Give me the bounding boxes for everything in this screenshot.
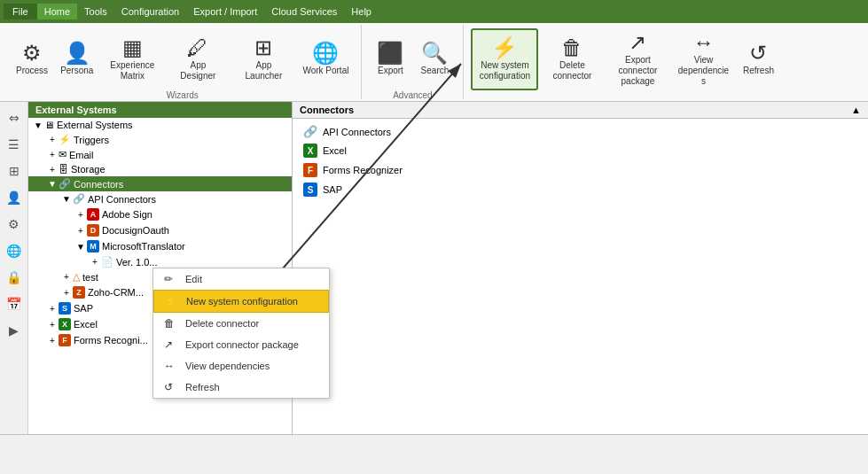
storage-icon: 🗄	[59, 164, 68, 175]
context-menu-label: New system configuration	[186, 296, 298, 307]
forms-content-icon: F	[303, 163, 317, 177]
search-icon: 🔍	[421, 43, 448, 64]
refresh-menu-icon: ↺	[164, 381, 180, 393]
ribbon-btn-process[interactable]: ⚙ Process	[11, 28, 53, 90]
statusbar	[0, 434, 868, 452]
ribbon-btn-app-designer[interactable]: 🖊 App Designer	[166, 28, 230, 90]
tree-item-email[interactable]: + ✉ Email	[28, 147, 292, 162]
tree-item-microsoft-translator[interactable]: ▼ M MicrosoftTranslator	[28, 238, 292, 254]
sidebar-icons-panel: ⇔ ☰ ⊞ 👤 ⚙ 🌐 🔒 📅 ▶	[0, 102, 28, 434]
forms-recognizer-icon: F	[59, 334, 71, 346]
sap-icon: S	[59, 302, 71, 315]
content-item-excel[interactable]: X Excel	[296, 141, 864, 160]
expand-icon: +	[46, 304, 59, 314]
sidebar-icon-list[interactable]: ☰	[2, 132, 27, 157]
sidebar-icon-swap[interactable]: ⇔	[2, 105, 27, 130]
triggers-icon: ⚡	[59, 134, 71, 145]
experience-matrix-icon: ▦	[122, 37, 143, 58]
ribbon-btn-refresh[interactable]: ↺ Refresh	[737, 28, 779, 90]
context-menu-label: Delete connector	[185, 318, 259, 329]
ribbon-btn-work-portal[interactable]: 🌐 Work Portal	[297, 28, 354, 90]
ribbon-btn-persona[interactable]: 👤 Persona	[55, 28, 98, 90]
menu-home[interactable]: Home	[37, 4, 77, 19]
menu-file[interactable]: File	[4, 4, 37, 19]
tree-item-storage[interactable]: + 🗄 Storage	[28, 162, 292, 176]
menu-export-import[interactable]: Export / Import	[186, 4, 264, 19]
new-system-config-icon: ⚡	[491, 37, 518, 58]
tree-label: Triggers	[74, 135, 109, 145]
delete-connector-menu-icon: 🗑	[164, 317, 180, 330]
context-menu-label: View dependencies	[185, 361, 270, 371]
api-connectors-content-icon: 🔗	[303, 125, 317, 138]
view-dependencies-icon: ↔	[692, 32, 714, 53]
export-connector-package-label: Export connector package	[611, 55, 664, 87]
ribbon-btn-search[interactable]: 🔍 Search	[413, 28, 456, 90]
tree-item-docusign-oauth[interactable]: + D DocusignOauth	[28, 222, 292, 238]
expand-icon: +	[46, 320, 59, 330]
menu-configuration[interactable]: Configuration	[114, 4, 186, 19]
ribbon: ⚙ Process 👤 Persona ▦ Experience Matrix …	[0, 23, 868, 102]
export-label: Export	[378, 66, 403, 76]
connectors-icon: 🔗	[59, 178, 71, 190]
export-connector-package-icon: ↗	[629, 32, 646, 53]
adobe-sign-icon: A	[87, 208, 99, 221]
app-designer-icon: 🖊	[187, 37, 208, 58]
tree-item-triggers[interactable]: + ⚡ Triggers	[28, 132, 292, 147]
tree-label: Forms Recogni...	[74, 335, 148, 346]
refresh-icon: ↺	[749, 43, 767, 64]
content-panel-header: Connectors ▲	[293, 102, 868, 119]
wizards-group-label: Wizards	[167, 90, 199, 102]
tree-item-adobe-sign[interactable]: + A Adobe Sign	[28, 206, 292, 222]
tree-item-connectors[interactable]: ▼ 🔗 Connectors	[28, 176, 292, 191]
tree-item-external-systems[interactable]: ▼ 🖥 External Systems	[28, 118, 292, 132]
menu-tools[interactable]: Tools	[77, 4, 114, 19]
ribbon-btn-view-dependencies[interactable]: ↔ View dependencies	[671, 28, 735, 90]
context-menu-item-edit[interactable]: ✏ Edit	[153, 268, 329, 290]
sidebar-icon-gear[interactable]: ⚙	[2, 212, 27, 237]
content-item-forms-recognizer[interactable]: F Forms Recognizer	[296, 160, 864, 180]
delete-connector-icon: 🗑	[561, 37, 583, 58]
microsoft-translator-icon: M	[87, 240, 99, 253]
ribbon-btn-export-connector-package[interactable]: ↗ Export connector package	[606, 28, 669, 90]
ribbon-btn-delete-connector[interactable]: 🗑 Delete connector	[540, 28, 604, 90]
menu-help[interactable]: Help	[344, 4, 379, 19]
content-item-label: SAP	[323, 184, 342, 195]
menu-cloud-services[interactable]: Cloud Services	[264, 4, 344, 19]
app-launcher-icon: ⊞	[254, 37, 272, 58]
work-portal-label: Work Portal	[302, 66, 348, 76]
scroll-up-icon[interactable]: ▲	[851, 105, 861, 115]
context-menu-item-view-dependencies[interactable]: ↔ View dependencies	[153, 355, 329, 377]
content-item-api-connectors[interactable]: 🔗 API Connectors	[296, 122, 864, 141]
zoho-icon: Z	[73, 286, 85, 299]
sidebar-icon-lock[interactable]: 🔒	[2, 265, 27, 290]
context-menu-label: Export connector package	[185, 339, 299, 350]
delete-connector-label: Delete connector	[545, 60, 598, 82]
context-menu-item-refresh[interactable]: ↺ Refresh	[153, 377, 329, 398]
sidebar-icon-play[interactable]: ▶	[2, 318, 27, 343]
tree-label: MicrosoftTranslator	[102, 241, 185, 252]
context-menu-item-new-system-config[interactable]: ⚡ New system configuration	[153, 290, 329, 313]
ribbon-btn-experience-matrix[interactable]: ▦ Experience Matrix	[100, 28, 164, 90]
excel-icon: X	[59, 318, 71, 330]
content-item-sap[interactable]: S SAP	[296, 180, 864, 199]
ribbon-btn-export[interactable]: ⬛ Export	[369, 28, 411, 90]
ribbon-group-connector-actions: ⚡ New system configuration 🗑 Delete conn…	[464, 25, 786, 99]
tree-label: test	[82, 272, 98, 283]
sidebar-icon-person[interactable]: 👤	[2, 185, 27, 210]
tree-label: Adobe Sign	[102, 209, 152, 220]
expand-icon: +	[46, 135, 59, 144]
persona-icon: 👤	[64, 43, 90, 64]
docusign-icon: D	[87, 224, 99, 237]
tree-item-api-connectors[interactable]: ▼ 🔗 API Connectors	[28, 191, 292, 206]
ribbon-btn-new-system-config[interactable]: ⚡ New system configuration	[471, 28, 538, 90]
export-icon: ⬛	[377, 43, 403, 64]
advanced-group-label: Advanced	[393, 90, 432, 102]
sidebar-icon-grid[interactable]: ⊞	[2, 159, 27, 183]
ribbon-btn-app-launcher[interactable]: ⊞ App Launcher	[231, 28, 295, 90]
context-menu-item-delete-connector[interactable]: 🗑 Delete connector	[153, 313, 329, 334]
sidebar-icon-calendar[interactable]: 📅	[2, 291, 27, 316]
sidebar-icon-globe[interactable]: 🌐	[2, 238, 27, 263]
app-designer-label: App Designer	[171, 60, 224, 82]
context-menu-item-export-connector-package[interactable]: ↗ Export connector package	[153, 334, 329, 355]
context-menu-label: Refresh	[185, 382, 220, 392]
